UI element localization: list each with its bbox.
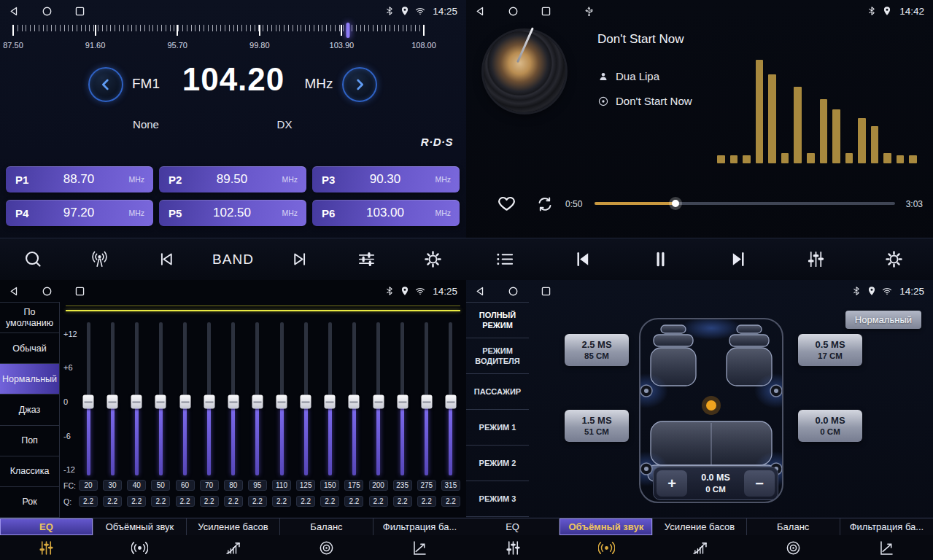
nav-back-icon[interactable]: [9, 6, 20, 17]
previous-track-button[interactable]: [563, 243, 603, 276]
nav-home-icon[interactable]: [508, 286, 519, 297]
mode-item[interactable]: ПАССАЖИР: [466, 374, 529, 410]
nav-recents-icon[interactable]: [541, 286, 551, 297]
dx-mode-label[interactable]: DX: [267, 118, 302, 131]
nav-home-icon[interactable]: [508, 6, 519, 17]
crossover-filter-icon[interactable]: [840, 540, 933, 556]
tab-bass-boost[interactable]: Усиление басов: [186, 518, 279, 535]
sound-preset-button[interactable]: Нормальный: [845, 311, 921, 329]
nav-recents-icon[interactable]: [74, 6, 85, 17]
surround-sound-icon[interactable]: [93, 540, 187, 556]
eq-band-slider[interactable]: [369, 322, 388, 475]
eq-band-slider[interactable]: [151, 322, 170, 475]
slider-handle[interactable]: [276, 395, 287, 409]
slider-handle[interactable]: [179, 395, 190, 409]
eq-preset-item[interactable]: Поп: [0, 426, 59, 456]
slider-handle[interactable]: [397, 395, 408, 409]
slider-handle[interactable]: [349, 395, 360, 409]
slider-handle[interactable]: [131, 395, 142, 409]
band-button[interactable]: BAND: [212, 243, 254, 276]
delay-front-right[interactable]: 0.5 MS 17 CM: [798, 334, 862, 366]
eq-band-slider[interactable]: [296, 322, 315, 475]
eq-band-slider[interactable]: [320, 322, 339, 475]
eq-sliders-icon[interactable]: [466, 540, 560, 556]
mode-item[interactable]: РЕЖИМ 2: [466, 446, 529, 481]
preset-button-p5[interactable]: P5102.50MHz: [159, 200, 306, 226]
slider-handle[interactable]: [445, 395, 456, 409]
next-station-button[interactable]: [281, 243, 320, 276]
eq-band-slider[interactable]: [127, 322, 146, 475]
eq-sliders-icon[interactable]: [0, 540, 93, 556]
eq-band-slider[interactable]: [224, 322, 243, 475]
next-track-button[interactable]: [719, 243, 758, 276]
mode-item[interactable]: ПОЛНЫЙ РЕЖИМ: [466, 303, 529, 338]
settings-button[interactable]: [875, 243, 914, 276]
preset-button-p4[interactable]: P497.20MHz: [6, 200, 153, 226]
eq-preset-item[interactable]: Классика: [0, 456, 59, 487]
delay-rear-right[interactable]: 0.0 MS 0 CM: [798, 410, 862, 442]
delay-front-left[interactable]: 2.5 MS 85 CM: [565, 334, 629, 366]
delay-minus-button[interactable]: −: [744, 470, 775, 497]
mode-item[interactable]: РЕЖИМ 1: [466, 410, 529, 446]
repeat-button[interactable]: [536, 195, 554, 213]
seek-down-button[interactable]: [88, 67, 123, 102]
slider-handle[interactable]: [301, 395, 311, 409]
delay-rear-left[interactable]: 1.5 MS 51 CM: [565, 410, 629, 442]
frequency-ruler[interactable]: 87.5091.6095.7099.80103.90108.00: [13, 25, 424, 55]
pause-button[interactable]: [641, 243, 681, 276]
eq-band-slider[interactable]: [79, 322, 98, 475]
eq-band-slider[interactable]: [176, 322, 195, 475]
nav-home-icon[interactable]: [42, 286, 53, 297]
eq-band-slider[interactable]: [103, 322, 122, 475]
seek-up-button[interactable]: [342, 67, 377, 102]
seek-slider[interactable]: [595, 202, 895, 205]
slider-handle[interactable]: [325, 395, 336, 409]
nav-recents-icon[interactable]: [74, 286, 85, 297]
bass-boost-icon[interactable]: [187, 540, 280, 556]
eq-preset-item[interactable]: Рок: [0, 487, 59, 518]
eq-band-slider[interactable]: [272, 322, 291, 475]
tab-eq[interactable]: EQ: [466, 518, 559, 535]
nav-recents-icon[interactable]: [541, 6, 551, 17]
nav-back-icon[interactable]: [475, 6, 486, 17]
surround-sound-icon[interactable]: [560, 540, 653, 556]
scan-stations-button[interactable]: [13, 243, 53, 276]
eq-band-slider[interactable]: [393, 322, 412, 475]
tab-surround-sound[interactable]: Объёмный звук: [559, 518, 652, 535]
crossover-filter-icon[interactable]: [373, 540, 466, 556]
preset-button-p1[interactable]: P188.70MHz: [6, 166, 153, 192]
slider-handle[interactable]: [83, 395, 94, 409]
mode-item[interactable]: РЕЖИМ 3: [466, 481, 529, 517]
eq-band-slider[interactable]: [344, 322, 363, 475]
tab-bass-boost[interactable]: Усиление басов: [652, 518, 746, 535]
bass-boost-icon[interactable]: [653, 540, 746, 556]
tab-crossover-filter[interactable]: Фильтрация ба...: [840, 518, 933, 535]
slider-handle[interactable]: [228, 395, 239, 409]
previous-station-button[interactable]: [146, 243, 185, 276]
slider-handle[interactable]: [155, 395, 166, 409]
tab-balance[interactable]: Баланс: [746, 518, 840, 535]
tab-crossover-filter[interactable]: Фильтрация ба...: [373, 518, 466, 535]
slider-handle[interactable]: [107, 395, 118, 409]
balance-icon[interactable]: [746, 540, 840, 556]
eq-band-slider[interactable]: [200, 322, 219, 475]
balance-icon[interactable]: [279, 540, 373, 556]
eq-preset-item[interactable]: По умолчанию: [0, 303, 59, 333]
preset-button-p2[interactable]: P289.50MHz: [159, 166, 306, 192]
preset-button-p3[interactable]: P390.30MHz: [312, 166, 460, 192]
mode-item[interactable]: РЕЖИМ ВОДИТЕЛЯ: [466, 338, 529, 374]
slider-handle[interactable]: [252, 395, 263, 409]
audio-settings-button[interactable]: [797, 243, 836, 276]
eq-preset-item[interactable]: Обычай: [0, 333, 59, 364]
eq-preset-item[interactable]: Нормальный: [0, 364, 59, 394]
eq-band-slider[interactable]: [441, 322, 460, 475]
nav-back-icon[interactable]: [475, 286, 486, 297]
slider-handle[interactable]: [204, 395, 214, 409]
favorite-button[interactable]: [497, 193, 516, 213]
playlist-button[interactable]: [485, 243, 524, 276]
eq-band-slider[interactable]: [248, 322, 267, 475]
audio-settings-button[interactable]: [347, 243, 387, 276]
tab-balance[interactable]: Баланс: [279, 518, 373, 535]
settings-button[interactable]: [413, 243, 452, 276]
seek-thumb[interactable]: [672, 200, 679, 207]
